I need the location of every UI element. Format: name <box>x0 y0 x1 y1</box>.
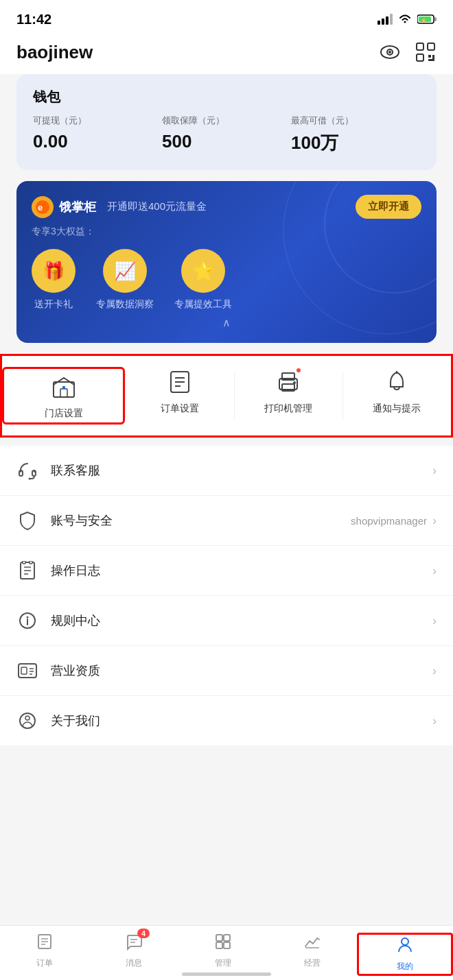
banner-subtitle: 专享3大权益： <box>32 226 421 238</box>
header-icons <box>379 41 437 63</box>
svg-rect-19 <box>54 382 74 397</box>
svg-rect-11 <box>417 43 423 50</box>
about-icon <box>16 710 38 732</box>
scan-icon <box>416 43 435 62</box>
quick-action-store[interactable]: 门店设置 <box>2 367 125 425</box>
menu-item-customer-service[interactable]: 联系客服 › <box>0 446 453 496</box>
menu-item-business-license[interactable]: 营业资质 › <box>0 646 453 696</box>
banner-top: e 饿掌柜 开通即送400元流量金 立即开通 <box>32 195 421 219</box>
menu-item-operation-log[interactable]: 操作日志 › <box>0 546 453 596</box>
quick-action-printer-label: 打印机管理 <box>264 403 312 415</box>
printer-icon <box>273 367 303 397</box>
nav-item-analytics[interactable]: 经营 <box>268 933 357 969</box>
wallet-withdrawable-label: 可提现（元） <box>33 115 162 127</box>
quick-actions: 门店设置 订单设置 <box>0 354 453 438</box>
info-icon <box>16 610 38 632</box>
analytics-nav-icon <box>303 933 321 955</box>
quick-action-printer[interactable]: 打印机管理 <box>235 367 342 425</box>
banner-icon-gift-label: 送开卡礼 <box>34 298 73 311</box>
svg-rect-21 <box>62 386 65 389</box>
menu-about-us-label: 关于我们 <box>51 713 432 729</box>
svg-rect-38 <box>23 561 25 564</box>
menu-operation-log-label: 操作日志 <box>51 562 432 579</box>
svg-point-49 <box>25 716 30 720</box>
menu-customer-service-chevron: › <box>432 464 437 478</box>
wallet-guarantee: 领取保障（元） 500 <box>162 115 291 155</box>
svg-text:e: e <box>38 202 43 213</box>
scan-button[interactable] <box>415 41 437 63</box>
menu-item-rule-center[interactable]: 规则中心 › <box>0 596 453 646</box>
home-indicator <box>182 972 271 976</box>
nav-item-messages[interactable]: 4 消息 <box>89 933 178 969</box>
store-icon <box>49 372 79 402</box>
svg-point-42 <box>27 617 29 619</box>
menu-account-security-value: shopvipmanager <box>351 515 427 527</box>
menu-section: 联系客服 › 账号与安全 shopvipmanager › <box>0 446 453 745</box>
nav-item-orders[interactable]: 订单 <box>0 933 89 969</box>
gift-icon: 🎁 <box>32 249 76 293</box>
svg-rect-12 <box>428 43 434 50</box>
orders-svg-icon <box>36 933 54 951</box>
svg-point-61 <box>402 938 408 945</box>
banner-activate-button[interactable]: 立即开通 <box>356 195 421 219</box>
header: baojinew <box>0 34 453 74</box>
bell-svg-icon <box>384 369 410 395</box>
svg-rect-59 <box>224 942 230 948</box>
nav-item-mine[interactable]: 我的 <box>357 933 453 976</box>
nav-mine-label: 我的 <box>397 961 413 972</box>
svg-point-33 <box>29 478 31 480</box>
notify-icon <box>382 367 412 397</box>
menu-rule-center-chevron: › <box>432 614 437 628</box>
banner-desc: 开通即送400元流量金 <box>107 200 207 213</box>
eye-icon <box>380 45 399 59</box>
svg-rect-16 <box>432 55 434 59</box>
manage-nav-icon <box>214 933 232 955</box>
quick-action-store-label: 门店设置 <box>45 407 83 420</box>
promo-banner[interactable]: e 饿掌柜 开通即送400元流量金 立即开通 专享3大权益： 🎁 送开卡礼 📈 … <box>16 181 437 343</box>
banner-icon-gift: 🎁 送开卡礼 <box>32 249 76 311</box>
id-card-svg-icon <box>17 662 38 679</box>
headphone-svg-icon <box>18 461 37 480</box>
status-time: 11:42 <box>16 12 51 27</box>
menu-customer-service-label: 联系客服 <box>51 462 432 479</box>
banner-icon-data: 📈 专属数据洞察 <box>96 249 154 311</box>
quick-action-notify[interactable]: 通知与提示 <box>343 367 451 425</box>
svg-text:⚡: ⚡ <box>421 17 427 23</box>
svg-rect-57 <box>224 935 230 941</box>
banner-icon-tool-label: 专属提效工具 <box>174 298 232 311</box>
chart-icon: 📈 <box>103 249 147 293</box>
messages-badge: 4 <box>137 929 150 938</box>
quick-action-order[interactable]: 订单设置 <box>126 367 233 425</box>
menu-item-about-us[interactable]: 关于我们 › <box>0 696 453 745</box>
svg-rect-13 <box>417 54 423 61</box>
bottom-nav: 订单 4 消息 管理 <box>0 925 453 980</box>
eye-button[interactable] <box>379 41 401 63</box>
svg-point-29 <box>293 381 296 384</box>
wallet-withdrawable-value: 0.00 <box>33 131 162 152</box>
svg-point-10 <box>388 51 391 53</box>
nav-orders-label: 订单 <box>36 957 53 969</box>
svg-rect-58 <box>216 942 222 948</box>
order-settings-icon <box>165 367 195 397</box>
nav-messages-label: 消息 <box>126 957 142 969</box>
signal-icon <box>378 14 393 25</box>
menu-item-account-security[interactable]: 账号与安全 shopvipmanager › <box>0 496 453 546</box>
eleme-logo-icon: e <box>35 200 50 215</box>
svg-rect-15 <box>428 59 434 61</box>
wifi-icon <box>398 14 412 25</box>
order-svg-icon <box>167 369 193 395</box>
log-icon <box>16 560 38 582</box>
banner-logo: e <box>32 196 54 218</box>
star-tool-icon: ⭐ <box>181 249 225 293</box>
wallet-title: 钱包 <box>33 88 420 106</box>
menu-about-us-chevron: › <box>432 714 437 728</box>
svg-rect-14 <box>428 55 431 58</box>
banner-chevron-icon: ∧ <box>32 316 421 329</box>
nav-item-manage[interactable]: 管理 <box>178 933 268 969</box>
svg-rect-44 <box>21 667 27 674</box>
store-svg-icon <box>51 374 77 400</box>
header-title: baojinew <box>16 42 93 63</box>
menu-rule-center-label: 规则中心 <box>51 612 432 629</box>
person-svg-icon <box>396 936 414 954</box>
svg-rect-0 <box>378 21 380 25</box>
